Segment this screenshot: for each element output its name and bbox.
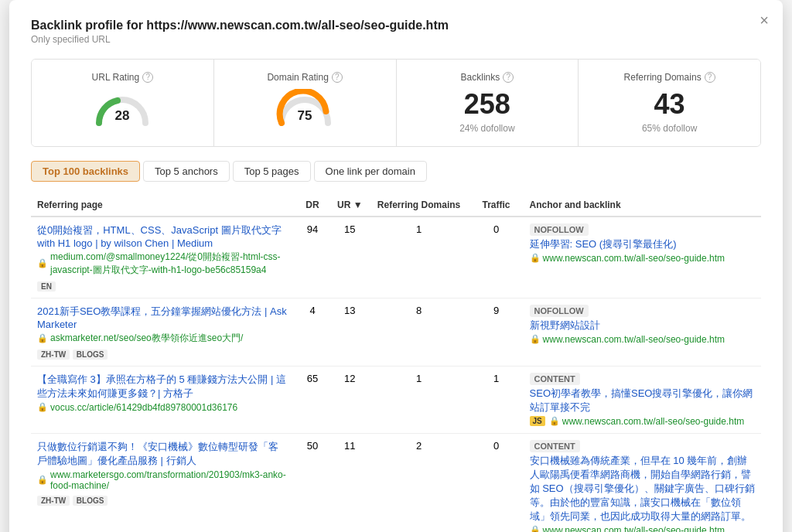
backlinks-value: 258 [405, 89, 571, 120]
metric-referring-domains: Referring Domains ? 43 65% dofollow [579, 60, 760, 146]
ref-page-title[interactable]: 【全職寫作 3】承照在方格子的 5 種賺錢方法大公開 | 這些方法未來如何賺更多… [37, 373, 288, 401]
anchor-url[interactable]: 🔒 www.newscan.com.tw/all-seo/seo-guide.h… [530, 525, 755, 532]
url-text: medium.com/@smallmoney1224/從0開始複習-html-c… [50, 251, 288, 277]
lock-icon: 🔒 [37, 402, 48, 412]
table-row: 只做數位行銷還不夠！《安口機械》數位轉型研發「客戶體驗地圖」優化產品服務 | 行… [31, 433, 761, 532]
referring-page-cell: 從0開始複習，HTML、CSS、JavaScript 圖片取代文字 with H… [31, 217, 294, 298]
tab-top5pages[interactable]: Top 5 pages [233, 161, 311, 182]
dr-cell: 65 [294, 366, 331, 433]
nofollow-badge: NOFOLLOW [530, 305, 589, 317]
traffic-cell: 9 [469, 298, 524, 366]
lock-icon: 🔒 [37, 475, 48, 485]
anchor-url[interactable]: 🔒 www.newscan.com.tw/all-seo/seo-guide.h… [530, 253, 755, 264]
dr-cell: 4 [294, 298, 331, 366]
anchor-lock-icon: 🔒 [530, 525, 541, 532]
anchor-lock-icon: 🔒 [530, 334, 541, 344]
referring-page-cell: 【全職寫作 3】承照在方格子的 5 種賺錢方法大公開 | 這些方法未來如何賺更多… [31, 366, 294, 433]
modal-title: Backlink profile for https://www.newscan… [31, 19, 761, 32]
dr-cell: 94 [294, 217, 331, 298]
url-text: www.marketersgo.com/transformation/20190… [50, 469, 288, 491]
url-rating-gauge: 28 [39, 89, 206, 126]
ref-page-url[interactable]: 🔒 www.marketersgo.com/transformation/201… [37, 469, 288, 491]
tab-top5anchors[interactable]: Top 5 anchors [143, 161, 230, 182]
referring-page-cell: 只做數位行銷還不夠！《安口機械》數位轉型研發「客戶體驗地圖」優化產品服務 | 行… [31, 433, 294, 532]
table-row: 【全職寫作 3】承照在方格子的 5 種賺錢方法大公開 | 這些方法未來如何賺更多… [31, 366, 761, 433]
tag-lang: ZH-TW [37, 350, 70, 360]
col-header-referring-page: Referring page [31, 194, 294, 217]
rd-cell: 1 [369, 366, 469, 433]
url-text: askmarketer.net/seo/seo教學領你近進seo大門/ [50, 332, 243, 345]
referring-domains-value: 43 [586, 89, 753, 120]
anchor-url-text: www.newscan.com.tw/all-seo/seo-guide.htm [543, 525, 725, 532]
table-row: 2021新手SEO教學課程，五分鐘掌握網站優化方法 | Ask Marketer… [31, 298, 761, 366]
tag-lang: EN [37, 281, 56, 292]
lock-icon: 🔒 [37, 258, 48, 268]
ur-cell: 13 [331, 298, 369, 366]
table-row: 從0開始複習，HTML、CSS、JavaScript 圖片取代文字 with H… [31, 217, 761, 298]
ref-page-title[interactable]: 2021新手SEO教學課程，五分鐘掌握網站優化方法 | Ask Marketer [37, 305, 288, 330]
nofollow-badge: NOFOLLOW [530, 223, 589, 236]
js-badge: JS [530, 416, 545, 426]
tab-top100[interactable]: Top 100 backlinks [31, 161, 140, 182]
metric-domain-rating: Domain Rating ? 75 [214, 60, 397, 146]
traffic-cell: 0 [469, 433, 524, 532]
anchor-text[interactable]: 安口機械雖為傳統產業，但早在 10 幾年前，創辦人歐陽禹便看準網路商機，開始自學… [530, 454, 755, 523]
anchor-url[interactable]: 🔒 www.newscan.com.tw/all-seo/seo-guide.h… [530, 334, 755, 345]
col-header-ur[interactable]: UR ▼ [331, 194, 369, 217]
tab-onelinkperdomain[interactable]: One link per domain [314, 161, 427, 182]
anchor-url[interactable]: JS 🔒 www.newscan.com.tw/all-seo/seo-guid… [530, 416, 755, 427]
url-rating-label: URL Rating ? [39, 72, 206, 83]
anchor-text[interactable]: SEO初學者教學，搞懂SEO搜尋引擎優化，讓你網站訂單接不完 [530, 387, 755, 414]
ref-page-url[interactable]: 🔒 medium.com/@smallmoney1224/從0開始複習-html… [37, 251, 288, 277]
anchor-lock-icon: 🔒 [549, 416, 560, 426]
traffic-cell: 1 [469, 366, 524, 433]
backlinks-table: Referring page DR UR ▼ Referring Domains… [31, 194, 761, 532]
domain-rating-gauge-svg: 75 [274, 89, 336, 126]
domain-rating-label: Domain Rating ? [222, 72, 388, 83]
ref-page-title[interactable]: 從0開始複習，HTML、CSS、JavaScript 圖片取代文字 with H… [37, 223, 288, 249]
anchor-cell: NOFOLLOW 延伸學習: SEO (搜尋引擎最佳化) 🔒 www.newsc… [524, 217, 761, 298]
backlinks-help-icon[interactable]: ? [503, 72, 514, 83]
col-header-dr[interactable]: DR [294, 194, 331, 217]
content-badge: CONTENT [530, 373, 580, 385]
tag-lang: BLOGS [73, 496, 108, 506]
tag-lang: BLOGS [73, 350, 108, 360]
rd-cell: 1 [369, 217, 469, 298]
anchor-cell: CONTENT 安口機械雖為傳統產業，但早在 10 幾年前，創辦人歐陽禹便看準網… [524, 433, 761, 532]
referring-domains-help-icon[interactable]: ? [705, 72, 715, 83]
svg-text:75: 75 [298, 108, 312, 123]
ref-page-url[interactable]: 🔒 vocus.cc/article/61429db4fd89780001d36… [37, 402, 288, 413]
ref-page-title[interactable]: 只做數位行銷還不夠！《安口機械》數位轉型研發「客戶體驗地圖」優化產品服務 | 行… [37, 440, 288, 468]
domain-rating-help-icon[interactable]: ? [332, 72, 343, 83]
modal-subtitle: Only specified URL [31, 34, 761, 45]
url-rating-help-icon[interactable]: ? [142, 72, 153, 83]
close-button[interactable]: × [760, 12, 769, 28]
url-text: vocus.cc/article/61429db4fd89780001d3617… [50, 402, 237, 413]
anchor-cell: CONTENT SEO初學者教學，搞懂SEO搜尋引擎優化，讓你網站訂單接不完 J… [524, 366, 761, 433]
anchor-text[interactable]: 新視野網站設計 [530, 319, 755, 332]
rd-cell: 8 [369, 298, 469, 366]
anchor-url-text: www.newscan.com.tw/all-seo/seo-guide.htm [562, 416, 744, 427]
lock-icon: 🔒 [37, 333, 48, 343]
ref-page-url[interactable]: 🔒 askmarketer.net/seo/seo教學領你近進seo大門/ [37, 332, 288, 345]
backlinks-label: Backlinks ? [405, 72, 571, 83]
anchor-url-text: www.newscan.com.tw/all-seo/seo-guide.htm [543, 334, 725, 345]
metric-backlinks: Backlinks ? 258 24% dofollow [397, 60, 579, 146]
ur-cell: 15 [331, 217, 369, 298]
tabs-row: Top 100 backlinks Top 5 anchors Top 5 pa… [31, 161, 761, 182]
anchor-url-text: www.newscan.com.tw/all-seo/seo-guide.htm [543, 253, 725, 264]
anchor-cell: NOFOLLOW 新視野網站設計 🔒 www.newscan.com.tw/al… [524, 298, 761, 366]
anchor-text[interactable]: 延伸學習: SEO (搜尋引擎最佳化) [530, 237, 755, 251]
col-header-traffic[interactable]: Traffic [469, 194, 524, 217]
metric-url-rating: URL Rating ? 28 [32, 60, 214, 146]
dr-cell: 50 [294, 433, 331, 532]
url-rating-gauge-svg: 28 [91, 89, 153, 126]
referring-domains-label: Referring Domains ? [586, 72, 753, 83]
backlinks-sub: 24% dofollow [405, 123, 571, 134]
rd-cell: 2 [369, 433, 469, 532]
domain-rating-gauge: 75 [222, 89, 388, 126]
backlink-profile-modal: Backlink profile for https://www.newscan… [9, 0, 783, 532]
anchor-lock-icon: 🔒 [530, 253, 541, 263]
ur-cell: 11 [331, 433, 369, 532]
col-header-rd[interactable]: Referring Domains [369, 194, 469, 217]
